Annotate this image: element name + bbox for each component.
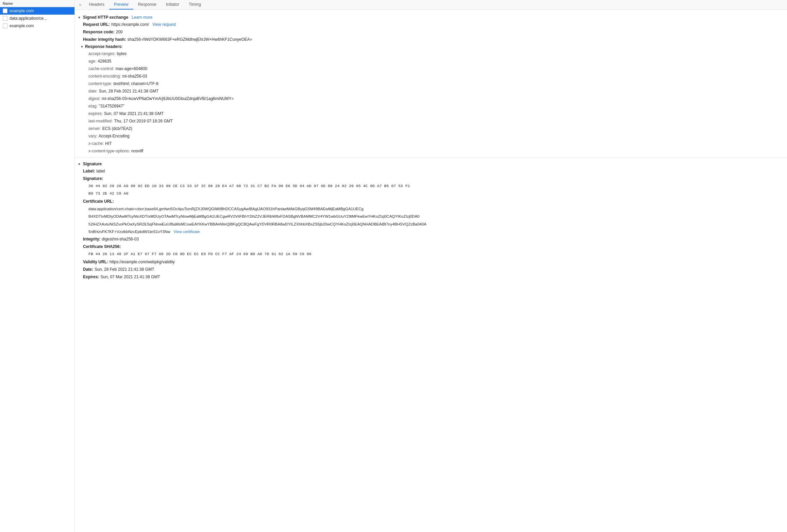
rh-accept-ranges-key: accept-ranges: bbox=[88, 51, 115, 57]
rh-digest-value: mi-sha256-03=kcwVP6aOwYmA/j9JbUU0GbuiZdn… bbox=[102, 96, 234, 102]
rh-date-value: Sun, 28 Feb 2021 21:41:38 GMT bbox=[99, 88, 158, 94]
response-headers-label: Response headers: bbox=[85, 44, 123, 49]
tabs-bar: × Headers Preview Response Initiator Tim… bbox=[75, 0, 787, 10]
rh-last-modified-value: Thu, 17 Oct 2019 07:18:26 GMT bbox=[114, 118, 173, 124]
rh-content-type: content-type: text/html; charset=UTF-8 bbox=[75, 80, 787, 87]
sig-label-row: Label: label bbox=[75, 167, 787, 175]
sig-integrity-key: Integrity: bbox=[83, 236, 100, 242]
sig-validity-url-key: Validity URL: bbox=[83, 259, 108, 265]
signature-section: ▼ Signature Label: label Signature: 30 4… bbox=[75, 159, 787, 282]
rh-age-value: 428635 bbox=[98, 58, 111, 64]
sig-expires-key: Expires: bbox=[83, 274, 99, 280]
rh-age-key: age: bbox=[88, 58, 96, 64]
tab-timing[interactable]: Timing bbox=[184, 0, 206, 10]
rh-vary: vary: Accept-Encoding bbox=[75, 132, 787, 140]
signed-http-exchange-header[interactable]: ▼ Signed HTTP exchange Learn more bbox=[75, 14, 787, 21]
rh-cache-control: cache-control: max-age=604800 bbox=[75, 65, 787, 72]
rh-cache-control-value: max-age=604800 bbox=[115, 66, 147, 72]
header-integrity-key: Header integrity hash: bbox=[83, 36, 126, 43]
rh-x-cache-key: x-cache: bbox=[88, 140, 104, 147]
rh-etag-value: "3147526947" bbox=[99, 103, 124, 109]
signed-http-exchange-title: Signed HTTP exchange bbox=[83, 15, 128, 20]
rh-x-content-type-options: x-content-type-options: nosniff bbox=[75, 147, 787, 155]
header-integrity-value: sha256-/IWdYDKW663F+eRGZMdhwjEhIJW+Hw6hK… bbox=[128, 36, 252, 43]
tab-headers[interactable]: Headers bbox=[84, 0, 109, 10]
main-panel: × Headers Preview Response Initiator Tim… bbox=[75, 0, 787, 532]
file-icon-0 bbox=[3, 9, 7, 13]
sig-cert-sha256-key: Certificate SHA256: bbox=[83, 244, 121, 250]
sidebar-item-0[interactable]: example.com bbox=[0, 7, 74, 15]
sig-signature-key: Signature: bbox=[83, 176, 103, 182]
sig-expires-value: Sun, 07 Mar 2021 21:41:38 GMT bbox=[100, 274, 160, 280]
sig-bytes-line1: 30 44 02 20 26 A9 89 92 ED 10 33 98 CE C… bbox=[75, 182, 787, 190]
sidebar: Name example.com data:application/ce... … bbox=[0, 0, 75, 532]
tab-close-button[interactable]: × bbox=[76, 0, 84, 10]
rh-x-content-type-options-value: nosniff bbox=[131, 148, 143, 154]
file-icon-2 bbox=[3, 23, 7, 28]
file-icon-1 bbox=[3, 16, 7, 21]
sig-label-value: label bbox=[96, 168, 105, 174]
sig-date-value: Sun, 28 Feb 2021 21:41:38 GMT bbox=[95, 266, 154, 272]
sidebar-item-1[interactable]: data:application/ce... bbox=[0, 15, 74, 22]
view-certificate-link[interactable]: View certificate bbox=[173, 230, 200, 234]
sig-validity-url-value: https://example.com/webpkg/validity bbox=[110, 259, 175, 265]
sig-cert-url-line3: 52IHZXAxtuNiSZvoPkOaXySR2ESqFNnwEuU/BaMs… bbox=[75, 220, 787, 228]
sig-signature-row: Signature: bbox=[75, 175, 787, 182]
signature-triangle-icon: ▼ bbox=[78, 162, 81, 166]
rh-digest-key: digest: bbox=[88, 96, 100, 102]
tab-response[interactable]: Response bbox=[133, 0, 161, 10]
sig-date-key: Date: bbox=[83, 266, 93, 272]
rh-vary-key: vary: bbox=[88, 133, 97, 139]
rh-date: date: Sun, 28 Feb 2021 21:41:38 GMT bbox=[75, 87, 787, 95]
rh-server-key: server: bbox=[88, 126, 101, 132]
sig-validity-url-row: Validity URL: https://example.com/webpkg… bbox=[75, 258, 787, 266]
sig-label-key: Label: bbox=[83, 168, 95, 174]
divider-1 bbox=[75, 157, 787, 158]
response-code-value: 200 bbox=[116, 29, 123, 35]
rh-etag: etag: "3147526947" bbox=[75, 102, 787, 110]
rh-content-encoding: content-encoding: mi-sha256-03 bbox=[75, 72, 787, 80]
sig-cert-url-row: Certificate URL: bbox=[75, 198, 787, 205]
rh-content-type-key: content-type: bbox=[88, 81, 112, 87]
request-url-row: Request URL: https://example.com/ View r… bbox=[75, 21, 787, 28]
sig-bytes-line2: B9 73 2E 42 C0 A0 bbox=[75, 190, 787, 197]
sig-cert-sha256-value: FB 44 26 13 48 2F A1 E7 67 F7 68 2D C0 8… bbox=[75, 250, 787, 258]
rh-server-value: ECS (dcb/7EA2) bbox=[102, 126, 132, 132]
sig-cert-url-line1: data:application/cert-chain+cbor;base64,… bbox=[75, 205, 787, 213]
rh-expires: expires: Sun, 07 Mar 2021 21:41:38 GMT bbox=[75, 110, 787, 117]
rh-accept-ranges: accept-ranges: bytes bbox=[75, 50, 787, 57]
sidebar-item-2[interactable]: example.com bbox=[0, 22, 74, 30]
response-headers-header[interactable]: ▼ Response headers: bbox=[75, 43, 787, 50]
rh-server: server: ECS (dcb/7EA2) bbox=[75, 125, 787, 132]
sig-expires-row: Expires: Sun, 07 Mar 2021 21:41:38 GMT bbox=[75, 273, 787, 281]
triangle-icon: ▼ bbox=[78, 16, 81, 19]
rh-last-modified: last-modified: Thu, 17 Oct 2019 07:18:26… bbox=[75, 117, 787, 125]
sig-date-row: Date: Sun, 28 Feb 2021 21:41:38 GMT bbox=[75, 266, 787, 273]
header-integrity-row: Header integrity hash: sha256-/IWdYDKW66… bbox=[75, 36, 787, 43]
tab-preview[interactable]: Preview bbox=[109, 0, 133, 10]
content-area: ▼ Signed HTTP exchange Learn more Reques… bbox=[75, 10, 787, 532]
rh-expires-value: Sun, 07 Mar 2021 21:41:38 GMT bbox=[104, 111, 164, 117]
sidebar-header: Name bbox=[0, 0, 74, 7]
rh-accept-ranges-value: bytes bbox=[117, 51, 127, 57]
rh-etag-key: etag: bbox=[88, 103, 98, 109]
rh-cache-control-key: cache-control: bbox=[88, 66, 114, 72]
sig-cert-url-line2: B4XDTIxMDIyODAwMTcyNloXDTIxMDUyOTAwMTcyN… bbox=[75, 213, 787, 220]
response-headers-triangle: ▼ bbox=[80, 45, 84, 49]
rh-vary-value: Accept-Encoding bbox=[99, 133, 130, 139]
view-request-link[interactable]: View request bbox=[152, 22, 176, 27]
rh-content-encoding-value: mi-sha256-03 bbox=[122, 73, 147, 79]
response-code-key: Response code: bbox=[83, 29, 115, 35]
rh-x-cache: x-cache: HIT bbox=[75, 140, 787, 147]
learn-more-link[interactable]: Learn more bbox=[132, 15, 152, 20]
rh-digest: digest: mi-sha256-03=kcwVP6aOwYmA/j9JbUU… bbox=[75, 95, 787, 102]
signed-http-exchange-section: ▼ Signed HTTP exchange Learn more Reques… bbox=[75, 13, 787, 156]
sig-cert-url-key: Certificate URL: bbox=[83, 198, 114, 204]
rh-last-modified-key: last-modified: bbox=[88, 118, 113, 124]
rh-age: age: 428635 bbox=[75, 57, 787, 65]
request-url-key: Request URL: bbox=[83, 21, 110, 28]
signature-header[interactable]: ▼ Signature bbox=[75, 161, 787, 167]
tab-initiator[interactable]: Initiator bbox=[161, 0, 184, 10]
sig-cert-sha256-row: Certificate SHA256: bbox=[75, 243, 787, 250]
request-url-value: https://example.com/ View request bbox=[111, 21, 176, 28]
